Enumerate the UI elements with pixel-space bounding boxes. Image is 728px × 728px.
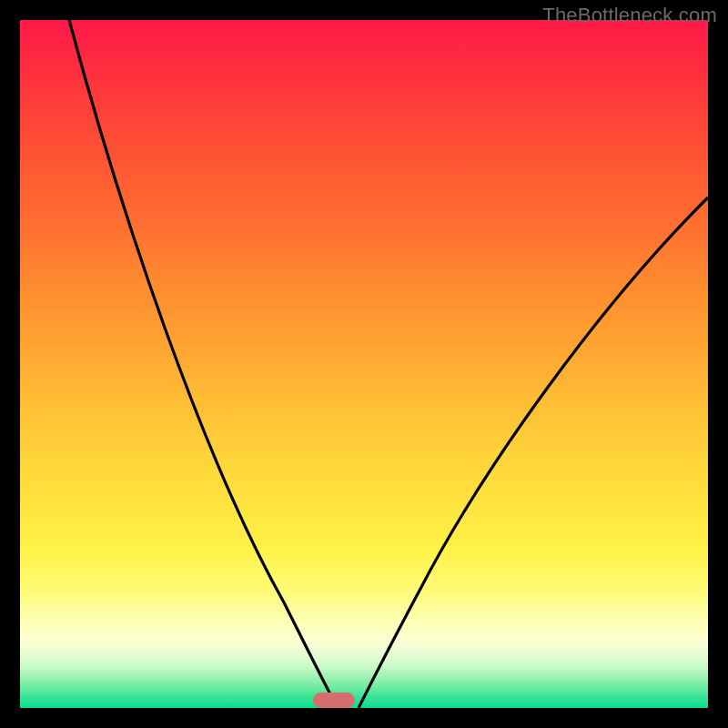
chart-plot-area: [20, 20, 708, 708]
bottleneck-marker: [313, 693, 355, 708]
left-curve: [69, 20, 338, 708]
right-curve: [359, 197, 708, 708]
watermark-text: TheBottleneck.com: [542, 4, 717, 27]
curves-svg: [20, 20, 708, 708]
